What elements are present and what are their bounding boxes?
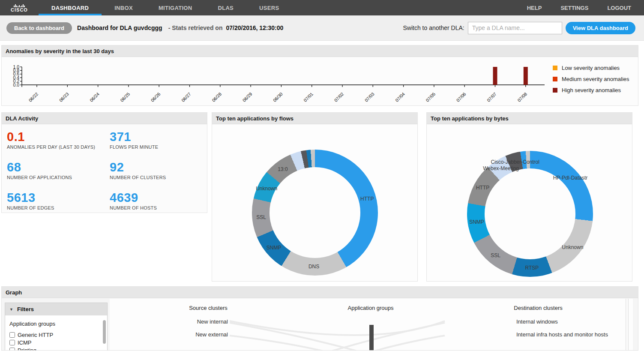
svg-text:06/24: 06/24 bbox=[89, 91, 100, 103]
legend-swatch bbox=[553, 66, 557, 70]
filter-checkbox-label: Generic HTTP bbox=[18, 332, 53, 338]
anomalies-bar-chart[interactable]: 0.00.20.40.60.81.006/2206/2306/2406/2506… bbox=[3, 63, 550, 107]
stat-cell: 371FLOWS PER MINUTE bbox=[110, 130, 202, 150]
filter-checkbox-row: Printing bbox=[9, 346, 103, 351]
svg-text:06/23: 06/23 bbox=[58, 91, 70, 103]
dla-activity-title: DLA Activity bbox=[2, 113, 207, 124]
application-groups-label: Application groups bbox=[9, 321, 103, 327]
legend-row: High severity anomalies bbox=[553, 87, 629, 93]
anomalies-panel: Anomalies by severity in the last 30 day… bbox=[1, 45, 638, 106]
filters-list: Application groups Generic HTTPICMPPrint… bbox=[5, 315, 107, 351]
filter-checkbox-label: Printing bbox=[18, 347, 36, 351]
collapse-triangle-icon: ▼ bbox=[9, 307, 13, 312]
dla-name-input[interactable] bbox=[468, 22, 562, 34]
cisco-logo[interactable]: cisco bbox=[0, 0, 39, 15]
severity-bar[interactable] bbox=[524, 67, 528, 85]
graph-scrollbar[interactable] bbox=[626, 299, 629, 351]
stat-value: 0.1 bbox=[7, 130, 110, 143]
nav-link-help[interactable]: HELP bbox=[518, 0, 551, 15]
stat-value: 68 bbox=[7, 161, 110, 174]
application-group-node[interactable] bbox=[369, 325, 374, 351]
donut-slice-label: 13:0 bbox=[278, 166, 288, 172]
graph-panel: Graph Source clusters Application groups… bbox=[1, 286, 638, 351]
svg-text:06/30: 06/30 bbox=[272, 91, 284, 103]
donut-slice-label: RTSP bbox=[525, 265, 539, 271]
nav-tab-inbox[interactable]: INBOX bbox=[102, 0, 146, 15]
svg-text:06/28: 06/28 bbox=[211, 91, 222, 103]
graph-body: Source clusters Application groups Desti… bbox=[2, 299, 638, 350]
svg-text:06/26: 06/26 bbox=[150, 91, 162, 103]
top-navbar: cisco DASHBOARDINBOXMITIGATIONDLASUSERS … bbox=[0, 0, 644, 15]
donut-slice-label: HTTP bbox=[360, 196, 374, 202]
svg-text:07/02: 07/02 bbox=[333, 91, 344, 103]
source-cluster-item[interactable]: New internal bbox=[110, 318, 228, 325]
nav-link-settings[interactable]: SETTINGS bbox=[551, 0, 598, 15]
stat-value: 4639 bbox=[110, 191, 202, 204]
destination-cluster-item[interactable]: Internal infra hosts and monitor hosts bbox=[516, 331, 608, 338]
svg-text:06/25: 06/25 bbox=[119, 91, 131, 103]
apps-by-flows-title: Top ten applications by flows bbox=[212, 113, 417, 124]
svg-text:07/08: 07/08 bbox=[516, 91, 528, 103]
cisco-signal-bars-icon bbox=[11, 3, 28, 7]
legend-row: Low severity anomalies bbox=[553, 65, 629, 71]
apps-by-bytes-panel: Top ten applications by bytes HP-Pdl-Dat… bbox=[426, 112, 632, 282]
source-cluster-item[interactable]: New external bbox=[110, 331, 228, 338]
stat-cell: 4639NUMBER OF HOSTS bbox=[110, 191, 202, 210]
legend-swatch bbox=[553, 77, 557, 81]
filter-checkbox-row: Generic HTTP bbox=[9, 331, 103, 339]
apps-by-flows-donut-chart[interactable]: HTTPDNSSNMPSSLUnknown13:0 bbox=[252, 150, 378, 276]
nav-link-logout[interactable]: LOGOUT bbox=[598, 0, 641, 15]
flow-graph[interactable]: Source clusters Application groups Desti… bbox=[110, 299, 633, 351]
anomalies-legend: Low severity anomaliesMedium severity an… bbox=[553, 65, 629, 93]
filter-checkbox[interactable] bbox=[9, 332, 15, 338]
stats-retrieved-note: - Stats retrieved on bbox=[168, 24, 223, 31]
switch-dla-label: Switch to another DLA: bbox=[403, 24, 464, 31]
stat-value: 371 bbox=[110, 130, 202, 143]
stat-label: NUMBER OF APPLICATIONS bbox=[7, 175, 110, 180]
donut-slice-label: Unknown bbox=[256, 186, 277, 192]
svg-text:07/04: 07/04 bbox=[394, 91, 406, 103]
svg-text:07/06: 07/06 bbox=[455, 91, 467, 103]
svg-text:07/03: 07/03 bbox=[364, 91, 375, 103]
donut-slice-label: SNMP bbox=[267, 245, 282, 251]
severity-bar[interactable] bbox=[493, 67, 497, 85]
back-to-dashboard-button[interactable]: Back to dashboard bbox=[6, 22, 72, 34]
nav-tab-dlas[interactable]: DLAS bbox=[205, 0, 246, 15]
destination-cluster-item[interactable]: Internal windows bbox=[516, 318, 558, 325]
donut-slice-label: HTTP bbox=[476, 185, 489, 191]
legend-label: High severity anomalies bbox=[562, 87, 621, 93]
anomalies-panel-title: Anomalies by severity in the last 30 day… bbox=[2, 45, 638, 57]
view-dla-dashboard-button[interactable]: View DLA dashboard bbox=[566, 22, 635, 34]
donut-slice-label: HP-Pdl-Datastr bbox=[553, 175, 588, 181]
legend-swatch bbox=[553, 88, 557, 93]
svg-text:07/05: 07/05 bbox=[425, 91, 436, 103]
legend-label: Low severity anomalies bbox=[562, 65, 620, 71]
filters-header[interactable]: ▼ Filters bbox=[5, 303, 107, 315]
stat-value: 92 bbox=[110, 161, 202, 174]
stat-cell: 0.1ANOMALIES PER DAY (LAST 30 DAYS) bbox=[7, 130, 110, 150]
stat-cell: 68NUMBER OF APPLICATIONS bbox=[7, 161, 110, 180]
nav-tabs: DASHBOARDINBOXMITIGATIONDLASUSERS bbox=[39, 0, 292, 15]
dla-stats-grid: 0.1ANOMALIES PER DAY (LAST 30 DAYS)371FL… bbox=[2, 125, 207, 210]
donut-slice-label: SSL bbox=[491, 252, 500, 258]
apps-by-bytes-donut-chart[interactable]: HP-Pdl-DatastrUnknownRTSPSSLSNMPHTTPWebe… bbox=[467, 151, 593, 277]
nav-tab-mitigation[interactable]: MITIGATION bbox=[146, 0, 205, 15]
donut-hole bbox=[270, 167, 360, 258]
apps-by-bytes-title: Top ten applications by bytes bbox=[427, 113, 632, 124]
apps-by-flows-panel: Top ten applications by flows HTTPDNSSNM… bbox=[212, 112, 418, 282]
filters-scrollbar[interactable] bbox=[103, 320, 106, 344]
stats-retrieved-time: 07/20/2016, 12:30:00 bbox=[226, 24, 283, 31]
svg-text:07/01: 07/01 bbox=[303, 91, 314, 103]
column-source-clusters: Source clusters bbox=[189, 305, 228, 311]
stat-cell: 92NUMBER OF CLUSTERS bbox=[110, 161, 202, 180]
stat-label: NUMBER OF EDGES bbox=[7, 205, 110, 210]
svg-text:1.0: 1.0 bbox=[13, 64, 19, 69]
donut-slice-label: SSL bbox=[256, 214, 266, 220]
svg-text:06/29: 06/29 bbox=[241, 91, 253, 103]
nav-tab-dashboard[interactable]: DASHBOARD bbox=[39, 0, 102, 15]
svg-text:07/07: 07/07 bbox=[486, 91, 497, 103]
filter-checkbox[interactable] bbox=[9, 340, 15, 345]
legend-label: Medium severity anomalies bbox=[562, 76, 629, 82]
nav-tab-users[interactable]: USERS bbox=[246, 0, 292, 15]
filter-checkbox[interactable] bbox=[9, 348, 15, 351]
